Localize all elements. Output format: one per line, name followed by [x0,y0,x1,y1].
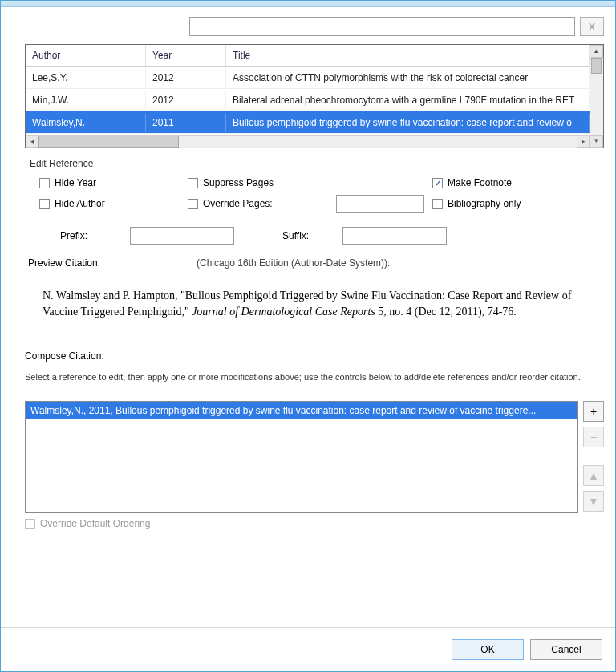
compose-instruction: Select a reference to edit, then apply o… [25,371,604,383]
references-table: ▴ ▾ Author Year Title Lee,S.Y. 2012 Asso… [25,44,604,148]
cell-author: Min,J.W. [26,91,146,109]
table-header: Author Year Title [26,45,590,67]
cell-author: Walmsley,N. [26,114,146,132]
suffix-input[interactable] [342,227,447,245]
title-bar [1,1,615,7]
preview-style-label: (Chicago 16th Edition (Author-Date Syste… [197,257,390,269]
edit-reference-label: Edit Reference [30,158,599,169]
search-row: X [189,17,604,36]
edit-reference-section: Edit Reference Hide Year Suppress Pages … [25,152,604,251]
hide-author-checkbox[interactable] [39,199,50,209]
search-input[interactable] [189,17,575,36]
cell-year: 2011 [146,114,226,132]
citation-dialog: X ▴ ▾ Author Year Title Lee,S.Y. 2012 [0,0,616,672]
dialog-footer: OK Cancel [1,627,615,671]
vertical-scrollbar[interactable]: ▴ ▾ [590,45,603,148]
bibliography-only-label: Bibliography only [448,198,521,209]
hide-year-checkbox[interactable] [39,178,50,188]
clear-search-button[interactable]: X [580,17,604,36]
add-reference-button[interactable]: + [583,401,604,422]
prefix-input[interactable] [130,227,234,245]
preview-text-italic: Journal of Dermatological Case Reports [192,306,375,318]
suppress-pages-label: Suppress Pages [203,177,274,188]
move-up-button[interactable]: ▲ [583,465,604,486]
suppress-pages-checkbox[interactable] [188,178,198,188]
suffix-label: Suffix: [282,230,342,241]
table-row[interactable]: Min,J.W. 2012 Bilateral adrenal pheochro… [26,89,590,111]
table-row[interactable]: Walmsley,N. 2011 Bullous pemphigoid trig… [26,111,590,134]
header-title[interactable]: Title [226,45,590,66]
override-ordering-label: Override Default Ordering [40,518,150,529]
scroll-thumb[interactable] [591,58,602,74]
compose-area: Walmsley,N., 2011, Bullous pemphigoid tr… [25,401,604,513]
prefix-label: Prefix: [60,230,130,241]
preview-citation-label: Preview Citation: [28,257,197,269]
cancel-button[interactable]: Cancel [530,639,602,660]
cell-title: Association of CTTN polymorphisms with t… [226,69,590,87]
ok-button[interactable]: OK [452,639,524,660]
cell-year: 2012 [146,69,226,87]
main-content: X ▴ ▾ Author Year Title Lee,S.Y. 2012 [1,7,615,627]
move-down-button[interactable]: ▼ [583,491,604,512]
scroll-right-button[interactable]: ▸ [577,136,590,148]
cell-title: Bullous pemphigoid triggered by swine fl… [226,114,590,132]
table-body: Lee,S.Y. 2012 Association of CTTN polymo… [26,67,590,135]
bibliography-only-checkbox[interactable] [432,199,443,209]
cell-title: Bilateral adrenal pheochromocytoma with … [226,91,590,109]
hide-author-label: Hide Author [55,198,105,209]
override-ordering-row: Override Default Ordering [25,518,604,529]
make-footnote-label: Make Footnote [448,177,512,188]
remove-reference-button[interactable]: − [583,427,604,447]
make-footnote-checkbox[interactable] [432,178,443,188]
compose-citation-label: Compose Citation: [25,350,604,362]
override-pages-checkbox[interactable] [188,199,198,209]
override-ordering-checkbox [25,519,35,529]
scroll-down-button[interactable]: ▾ [590,135,603,148]
citation-list[interactable]: Walmsley,N., 2011, Bullous pemphigoid tr… [25,401,578,513]
preview-box: N. Walmsley and P. Hampton, "Bullous Pem… [28,277,601,341]
preview-text-tail: 5, no. 4 (Dec 12, 2011), 74-76. [375,306,517,318]
hscroll-thumb[interactable] [38,136,179,148]
scroll-up-button[interactable]: ▴ [590,45,603,58]
preview-section: Preview Citation: (Chicago 16th Edition … [25,257,604,341]
hide-year-label: Hide Year [55,177,96,188]
override-pages-input[interactable] [336,195,424,213]
header-author[interactable]: Author [26,45,146,66]
citation-list-buttons: + − ▲ ▼ [583,401,604,513]
override-pages-label: Override Pages: [203,198,273,209]
table-row[interactable]: Lee,S.Y. 2012 Association of CTTN polymo… [26,67,590,89]
scroll-left-button[interactable]: ◂ [26,136,38,148]
citation-list-item[interactable]: Walmsley,N., 2011, Bullous pemphigoid tr… [26,402,578,419]
header-year[interactable]: Year [146,45,226,66]
cell-year: 2012 [146,91,226,109]
horizontal-scrollbar[interactable]: ◂ ▸ [26,135,590,148]
cell-author: Lee,S.Y. [26,69,146,87]
